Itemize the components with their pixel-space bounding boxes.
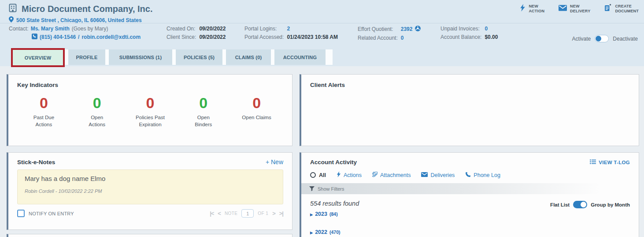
client-alerts-card: Client Alerts [300,74,639,146]
client-alerts-title: Client Alerts [310,82,630,88]
indicator-label-1: Open [197,115,210,120]
create-document-label-2: DOCUMENT [615,9,639,13]
filter-deliveries[interactable]: Deliveries [421,172,455,178]
portal-logins-label: Portal Logins: [244,26,284,32]
tab-profile[interactable]: PROFILE [68,49,105,65]
indicator-open-binders: 0 OpenBinders [177,95,230,128]
portal-accessed-label: Portal Accessed: [244,34,284,40]
chevron-right-icon: ▶ [310,213,313,217]
tab-overview[interactable]: OVERVIEW [13,50,63,65]
indicator-value[interactable]: 0 [17,95,70,110]
indicator-value[interactable]: 0 [177,95,230,110]
indicator-value[interactable]: 0 [70,95,124,110]
tab-separator [65,49,68,65]
new-delivery-label-2: DELIVERY [570,9,590,13]
notify-on-entry-checkbox[interactable] [17,210,25,217]
effort-quotient-value[interactable]: 2392 [401,26,413,32]
year-group-2023[interactable]: ▶ 2023 (84) [310,211,359,217]
indicator-value[interactable]: 0 [230,95,283,110]
phone-icon [32,34,37,41]
first-note-icon[interactable]: |< [210,210,214,217]
tab-bar: OVERVIEW PROFILE SUBMISSIONS (1) POLICIE… [11,49,333,68]
tab-separator [172,49,176,65]
tab-claims[interactable]: CLAIMS (0) [226,49,271,65]
create-document-button[interactable]: CREATEDOCUMENT [604,4,639,14]
filter-all-radio[interactable] [310,172,316,178]
show-filters-button[interactable]: Show Filters [301,183,601,194]
next-note-icon[interactable]: > [272,210,275,217]
indicator-label-1: Open [91,115,103,120]
notify-on-entry-label: NOTIFY ON ENTRY [29,211,74,216]
contact-name-link[interactable]: Ms. Mary Smith [31,26,70,32]
flat-list-label: Flat List [550,202,570,207]
indicator-label-2: Actions [36,122,52,127]
filter-all[interactable]: All [310,172,326,178]
company-address[interactable]: 500 State Street , Chicago, IL 60606, Un… [16,17,142,23]
stick-e-notes-title: Stick-e-Notes [17,159,55,166]
filter-deliveries-label: Deliveries [430,172,455,178]
indicator-label-1: Policies Past [136,115,165,120]
created-on-label: Created On: [167,26,196,32]
year-group-2022[interactable]: ▶ 2022 (470) [310,229,359,235]
document-plus-icon [604,4,612,13]
new-delivery-button[interactable]: NEWDELIVERY [559,4,590,14]
indicator-past-due-actions: 0 Past DueActions [17,95,70,128]
header-divider [0,23,644,23]
activate-label: Activate [572,36,591,42]
active-tab-annotation: OVERVIEW [11,48,65,67]
filter-phone-log[interactable]: Phone Log [465,172,500,179]
group-by-month-toggle[interactable] [573,201,587,208]
client-since-value: 09/20/2022 [199,34,226,40]
effort-block: Effort Quotient: 2392 Related Account: 0 [358,26,421,41]
filter-phone-log-label: Phone Log [474,172,500,178]
show-filters-label: Show Filters [318,186,344,192]
note-page-input[interactable] [241,209,254,218]
pie-chart-icon[interactable] [415,26,421,33]
page-title: Micro Document Company, Inc. [22,4,152,14]
note-pagination: |< < NOTE OF 1 > >| [210,209,283,218]
previous-note-icon[interactable]: < [218,210,221,217]
view-tlog-label: VIEW T-LOG [599,160,630,165]
filter-attachments[interactable]: Attachments [372,172,411,179]
tab-separator [222,49,226,65]
contact-phone-link[interactable]: (815) 404-1546 [40,34,76,40]
lightning-icon [520,4,526,13]
tab-accounting[interactable]: ACCOUNTING [274,49,326,65]
unpaid-invoices-label: Unpaid Invoices: [440,26,481,32]
key-indicators-card: Key Indicators 0 Past DueActions 0 OpenA… [7,74,292,146]
account-activity-card: Account Activity VIEW T-LOG All Actions … [300,152,639,237]
last-note-icon[interactable]: >| [279,210,283,217]
key-indicators-title: Key Indicators [17,82,283,88]
tab-policies[interactable]: POLICIES (5) [176,49,222,65]
contact-alias: (Goes by Mary) [72,26,108,32]
create-document-label-1: CREATE [615,4,632,8]
contact-email-link[interactable]: robin.cordell@xdti.com [81,34,141,40]
indicator-label-2: Binders [195,122,212,127]
portal-logins-value[interactable]: 2 [287,26,338,32]
envelope-icon [559,5,567,13]
tab-separator [326,49,333,65]
billing-block: Unpaid Invoices: 0 Account Balance: $0.0… [440,26,498,40]
indicator-value[interactable]: 0 [124,95,177,110]
new-action-button[interactable]: NEWACTION [520,4,544,14]
tab-submissions[interactable]: SUBMISSIONS (1) [109,49,172,65]
year-label: 2022 [315,229,327,235]
year-count: (470) [329,229,341,235]
activate-toggle[interactable] [595,35,609,42]
related-account-value[interactable]: 0 [401,35,421,41]
group-by-month-label: Group by Month [591,202,630,207]
filter-actions[interactable]: Actions [337,171,362,179]
filter-attachments-label: Attachments [380,172,411,178]
phone-icon [465,172,471,179]
unpaid-invoices-value[interactable]: 0 [485,26,498,32]
created-on-value: 09/20/2022 [199,26,226,32]
toggle-knob [596,36,601,41]
funnel-icon [309,185,315,193]
new-note-button[interactable]: + New [266,158,283,166]
contact-block: Contact: Ms. Mary Smith (Goes by Mary) (… [9,26,141,41]
view-tlog-button[interactable]: VIEW T-LOG [590,159,630,165]
note-text: Mary has a dog name Elmo [25,175,276,182]
filter-actions-label: Actions [344,172,362,178]
note-card[interactable]: Mary has a dog name Elmo Robin Cordell -… [17,169,283,204]
contact-separator: / [78,34,79,40]
